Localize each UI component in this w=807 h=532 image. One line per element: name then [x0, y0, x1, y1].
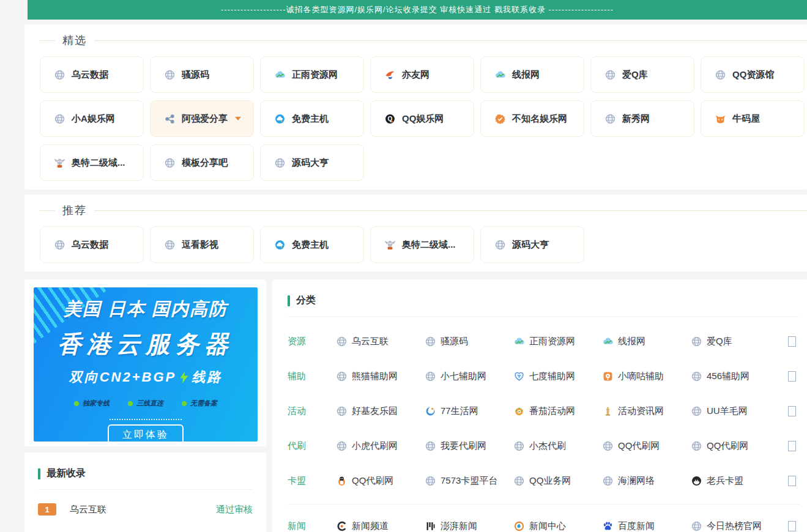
- site-card[interactable]: 不知名娱乐网: [480, 100, 584, 137]
- category-site-label: 骚源码: [441, 336, 468, 347]
- latest-site-link[interactable]: 乌云互联: [70, 504, 106, 515]
- category-site-link[interactable]: 小虎代刷网: [337, 440, 425, 452]
- category-site-label: QQ代刷网: [352, 475, 393, 487]
- site-card-label: 不知名娱乐网: [512, 113, 567, 125]
- category-site-label: 456辅助网: [707, 371, 749, 382]
- category-site-label: 好基友乐园: [352, 405, 398, 417]
- site-card[interactable]: 乌云数据: [40, 226, 144, 263]
- category-site-link[interactable]: 新闻频道: [337, 520, 425, 532]
- site-card[interactable]: 奥特二级域...: [40, 144, 144, 181]
- site-card[interactable]: 乌云数据: [40, 56, 144, 93]
- site-card[interactable]: 奥特二级域...: [370, 226, 474, 263]
- category-site-link[interactable]: 老兵卡盟: [691, 475, 780, 487]
- globe-icon: [425, 371, 436, 382]
- category-site-label: 小七辅助网: [441, 371, 486, 382]
- latest-item-row: 1 乌云互联 通过审核: [38, 503, 253, 515]
- announcement-banner[interactable]: --------------------诚招各类型资源网/娱乐网/论坛收录提交 …: [28, 0, 807, 20]
- site-card[interactable]: 逗看影视: [150, 226, 254, 263]
- ad-feature-list: 独家专线三线直连无需备案: [34, 399, 258, 408]
- cloud-host-icon: [275, 114, 285, 124]
- site-card[interactable]: 牛码屋: [701, 100, 805, 137]
- ad-card: 美国 日本 国内高防 香港云服务器 双向CN2+BGP 线路 独家专线三线直连无…: [24, 279, 266, 446]
- category-site-link[interactable]: 熊猫辅助网: [337, 371, 425, 382]
- category-site-link[interactable]: 正雨资源网: [514, 336, 603, 347]
- category-site-link[interactable]: 番茄活动网: [514, 405, 603, 417]
- more-box-icon[interactable]: [788, 521, 796, 531]
- category-label[interactable]: 新闻: [288, 520, 337, 532]
- site-card[interactable]: 阿强爱分享: [150, 100, 254, 137]
- site-card[interactable]: 亦友网: [370, 56, 474, 93]
- category-label[interactable]: 代刷: [288, 440, 337, 452]
- category-site-link[interactable]: 海澜网络: [603, 475, 691, 487]
- site-card[interactable]: 源码大亨: [480, 226, 584, 263]
- site-card-label: 亦友网: [402, 69, 430, 81]
- site-card[interactable]: 正雨资源网: [260, 56, 364, 93]
- recommended-grid: 乌云数据逗看影视免费主机奥特二级域...源码大亨: [40, 226, 807, 263]
- category-site-link[interactable]: QQ代刷网: [691, 440, 780, 452]
- category-site-link[interactable]: 骚源码: [425, 336, 514, 347]
- category-site-link[interactable]: 小杰代刷: [514, 440, 603, 452]
- category-site-link[interactable]: 线报网: [603, 336, 691, 347]
- category-label[interactable]: 辅助: [288, 371, 337, 382]
- site-card-label: QQ娱乐网: [402, 113, 444, 125]
- category-site-link[interactable]: 小嘀咕辅助: [603, 371, 691, 382]
- ad-headline-regions: 美国 日本 国内高防: [34, 297, 258, 322]
- category-site-link[interactable]: 456辅助网: [691, 371, 780, 382]
- bull-icon: [715, 114, 726, 124]
- more-box-icon[interactable]: [788, 371, 796, 382]
- category-site-link[interactable]: QQ代刷网: [337, 475, 425, 487]
- site-card-label: 新秀网: [622, 113, 650, 125]
- category-site-link[interactable]: 小七辅助网: [425, 371, 514, 382]
- ad-feature: 独家专线: [74, 399, 110, 408]
- latest-listings-panel: 最新收录 1 乌云互联 通过审核: [24, 453, 266, 532]
- category-site-link[interactable]: 百度新闻: [603, 520, 691, 532]
- category-label[interactable]: 活动: [288, 405, 337, 417]
- category-site-label: UU羊毛网: [707, 405, 748, 417]
- category-site-link[interactable]: 澎湃新闻: [425, 520, 514, 532]
- category-site-link[interactable]: QQ业务网: [514, 475, 603, 487]
- site-card[interactable]: 新秀网: [590, 100, 694, 137]
- site-card[interactable]: 爱Q库: [590, 56, 694, 93]
- category-row: 辅助熊猫辅助网小七辅助网七度辅助网小嘀咕辅助456辅助网: [288, 359, 800, 394]
- more-box-icon[interactable]: [788, 406, 796, 416]
- try-now-button[interactable]: 立即体验: [108, 424, 184, 441]
- more-box-icon[interactable]: [788, 336, 796, 347]
- category-site-link[interactable]: 好基友乐园: [337, 405, 425, 417]
- site-card[interactable]: 模板分享吧: [150, 144, 254, 181]
- site-card[interactable]: 免费主机: [260, 100, 364, 137]
- category-site-link[interactable]: 乌云互联: [337, 336, 425, 347]
- category-label[interactable]: 资源: [288, 336, 337, 347]
- more-box-icon[interactable]: [788, 476, 796, 486]
- category-site-label: 老兵卡盟: [707, 475, 743, 487]
- category-site-link[interactable]: 今日热榜官网: [691, 520, 780, 532]
- category-site-link[interactable]: QQ代刷网: [603, 440, 691, 452]
- category-site-label: 七度辅助网: [529, 371, 575, 382]
- category-label[interactable]: 卡盟: [288, 475, 337, 487]
- cloud-server-ad-banner[interactable]: 美国 日本 国内高防 香港云服务器 双向CN2+BGP 线路 独家专线三线直连无…: [34, 287, 258, 441]
- category-site-link[interactable]: 爱Q库: [691, 336, 780, 347]
- site-card[interactable]: 小A娱乐网: [40, 100, 144, 137]
- category-site-link[interactable]: 7573卡盟平台: [425, 475, 514, 487]
- bird-icon: [385, 70, 395, 80]
- category-site-link[interactable]: 我要代刷网: [425, 440, 514, 452]
- site-card[interactable]: 线报网: [480, 56, 584, 93]
- latest-title: 最新收录: [46, 467, 86, 480]
- site-card-label: 源码大亨: [292, 157, 329, 169]
- category-site-link[interactable]: 活动资讯网: [603, 405, 691, 417]
- site-card[interactable]: 骚源码: [150, 56, 254, 93]
- site-card[interactable]: QQ资源馆: [701, 56, 805, 93]
- more-box-icon[interactable]: [788, 441, 796, 451]
- globe-icon: [514, 441, 524, 451]
- globe-icon: [337, 336, 347, 347]
- heart-icon: [514, 371, 524, 382]
- review-status-link[interactable]: 通过审核: [216, 504, 253, 515]
- category-site-link[interactable]: 七度辅助网: [514, 371, 603, 382]
- site-card[interactable]: QQQ娱乐网: [370, 100, 474, 137]
- site-card[interactable]: 免费主机: [260, 226, 364, 263]
- category-site-link[interactable]: 新闻中心: [514, 520, 603, 532]
- featured-grid: 乌云数据骚源码正雨资源网亦友网线报网爱Q库QQ资源馆小A娱乐网阿强爱分享免费主机…: [40, 56, 807, 181]
- globe-icon: [275, 158, 285, 168]
- category-site-link[interactable]: UU羊毛网: [691, 405, 780, 417]
- site-card[interactable]: 源码大亨: [260, 144, 364, 181]
- category-site-link[interactable]: 77生活网: [425, 405, 514, 417]
